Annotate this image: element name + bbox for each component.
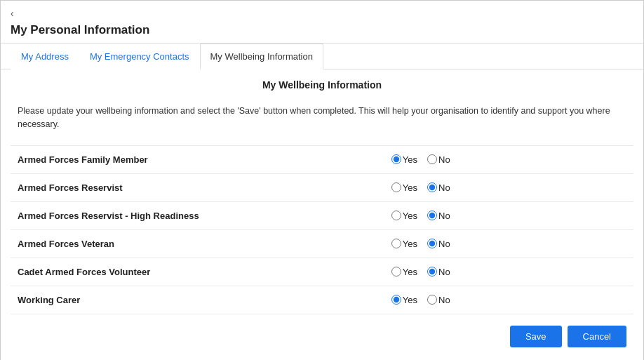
label-armed-forces-reservist-hr: Armed Forces Reservist - High Readiness — [11, 201, 384, 229]
table-row: Armed Forces Family MemberYesNo — [11, 145, 633, 173]
table-row: Working CarerYesNo — [11, 286, 633, 314]
table-row: Cadet Armed Forces VolunteerYesNo — [11, 258, 633, 286]
tab-emergency-contacts[interactable]: My Emergency Contacts — [79, 44, 200, 69]
wellbeing-form-table: Armed Forces Family MemberYesNoArmed For… — [11, 145, 633, 314]
label-armed-forces-family: Armed Forces Family Member — [11, 145, 384, 173]
tab-address[interactable]: My Address — [11, 44, 79, 69]
table-row: Armed Forces Reservist - High ReadinessY… — [11, 201, 633, 229]
label-working-carer: Working Carer — [11, 286, 384, 314]
table-row: Armed Forces VeteranYesNo — [11, 229, 633, 258]
main-window: ‹ My Personal Information My Address My … — [0, 0, 644, 360]
radio-yes-armed-forces-family[interactable]: Yes — [391, 154, 417, 165]
radio-no-armed-forces-reservist[interactable]: No — [427, 182, 450, 193]
page-title: My Personal Information — [1, 22, 643, 44]
radio-no-armed-forces-reservist-hr[interactable]: No — [427, 211, 450, 221]
radio-no-working-carer[interactable]: No — [427, 295, 450, 305]
radio-yes-armed-forces-reservist-hr[interactable]: Yes — [391, 211, 417, 221]
radio-yes-armed-forces-veteran[interactable]: Yes — [391, 239, 417, 249]
radio-yes-armed-forces-reservist[interactable]: Yes — [391, 182, 417, 193]
label-cadet-armed-forces: Cadet Armed Forces Volunteer — [11, 258, 384, 286]
tab-wellbeing[interactable]: My Wellbeing Information — [200, 44, 323, 69]
back-arrow[interactable]: ‹ — [1, 1, 24, 22]
label-armed-forces-reservist: Armed Forces Reservist — [11, 173, 384, 201]
cancel-button[interactable]: Cancel — [568, 326, 626, 347]
section-header: My Wellbeing Information — [11, 69, 633, 99]
table-row: Armed Forces ReservistYesNo — [11, 173, 633, 201]
footer-buttons: Save Cancel — [11, 314, 633, 353]
radio-no-armed-forces-veteran[interactable]: No — [427, 239, 450, 249]
save-button[interactable]: Save — [510, 326, 562, 347]
radio-no-cadet-armed-forces[interactable]: No — [427, 267, 450, 277]
tabs-bar: My Address My Emergency Contacts My Well… — [1, 44, 643, 69]
radio-no-armed-forces-family[interactable]: No — [427, 154, 450, 165]
radio-yes-working-carer[interactable]: Yes — [391, 295, 417, 305]
radio-yes-cadet-armed-forces[interactable]: Yes — [391, 267, 417, 277]
instructions-text: Please update your wellbeing information… — [11, 99, 633, 145]
content-area: My Wellbeing Information Please update y… — [1, 69, 643, 360]
label-armed-forces-veteran: Armed Forces Veteran — [11, 229, 384, 258]
